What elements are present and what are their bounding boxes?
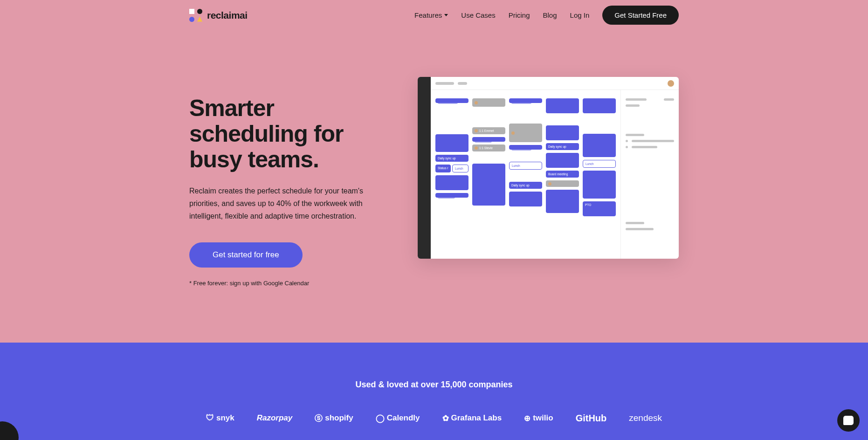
event-pto: PTO xyxy=(583,201,616,216)
logo-mark-icon xyxy=(189,9,202,22)
avatar-icon xyxy=(668,80,674,87)
header-cta-button[interactable]: Get Started Free xyxy=(602,6,679,25)
social-proof-heading: Used & loved at over 15,000 companies xyxy=(0,380,868,390)
event-lunch-3: Lunch xyxy=(509,162,542,170)
event-stevie: 1:1 Stevie xyxy=(472,144,505,151)
nav-pricing[interactable]: Pricing xyxy=(509,11,530,19)
logo-razorpay: Razorpay xyxy=(257,413,293,423)
nav-login[interactable]: Log In xyxy=(570,11,590,19)
preview-topbar xyxy=(431,77,679,90)
main-nav: Features Use Cases Pricing Blog Log In G… xyxy=(414,6,679,25)
logo-grafana: ✿ Grafana Labs xyxy=(442,413,502,423)
hero-illustration: Daily sync up Status r Lunch xyxy=(418,77,679,259)
hero-footnote: * Free forever: sign up with Google Cale… xyxy=(189,280,394,287)
event-emmet: 1:1 Emmet xyxy=(472,127,505,134)
preview-sidebar xyxy=(418,77,431,259)
app-preview: Daily sync up Status r Lunch xyxy=(418,77,679,259)
logo-text: reclaimai xyxy=(207,10,248,21)
site-header: reclaimai Features Use Cases Pricing Blo… xyxy=(0,0,868,30)
event-meeting xyxy=(509,124,542,142)
event-daily-sync: Daily sync up xyxy=(435,155,468,162)
event-board: Board meeting xyxy=(546,171,579,178)
event-daily-sync-4: Daily sync up xyxy=(546,143,579,150)
event-meeting-avatar xyxy=(472,98,505,107)
logo-shopify: ⓢ shopify xyxy=(315,413,353,424)
nav-features[interactable]: Features xyxy=(414,11,448,19)
event-status: Status r xyxy=(435,165,451,172)
preview-side-panel xyxy=(620,90,679,259)
nav-features-label: Features xyxy=(414,11,442,19)
hero-section: Smarter scheduling for busy teams. Recla… xyxy=(0,30,868,343)
logo-twilio: ⊕ twilio xyxy=(524,413,553,423)
company-logos: 🛡 snyk Razorpay ⓢ shopify ◯ Calendly ✿ G… xyxy=(0,413,868,424)
social-proof-section: Used & loved at over 15,000 companies 🛡 … xyxy=(0,343,868,440)
event-lunch: Lunch xyxy=(452,165,468,172)
event-meeting-4 xyxy=(546,180,579,187)
logo-snyk: 🛡 snyk xyxy=(206,413,234,423)
chat-widget-button[interactable] xyxy=(837,409,860,432)
chevron-down-icon xyxy=(444,14,448,16)
preview-calendar: Daily sync up Status r Lunch xyxy=(431,90,620,259)
logo-zendesk: zendesk xyxy=(629,413,662,423)
event-lunch-5: Lunch xyxy=(583,160,616,168)
hero-description: Reclaim creates the perfect schedule for… xyxy=(189,185,376,223)
hero-content: Smarter scheduling for busy teams. Recla… xyxy=(189,77,394,287)
nav-blog[interactable]: Blog xyxy=(543,11,557,19)
chat-icon xyxy=(843,416,854,425)
logo-github: GitHub xyxy=(576,413,607,424)
nav-use-cases[interactable]: Use Cases xyxy=(461,11,495,19)
hero-cta-button[interactable]: Get started for free xyxy=(189,242,303,268)
event-daily-sync-3: Daily sync up xyxy=(509,182,542,189)
logo-calendly: ◯ Calendly xyxy=(376,413,420,423)
hero-title: Smarter scheduling for busy teams. xyxy=(189,96,394,172)
logo[interactable]: reclaimai xyxy=(189,9,248,22)
